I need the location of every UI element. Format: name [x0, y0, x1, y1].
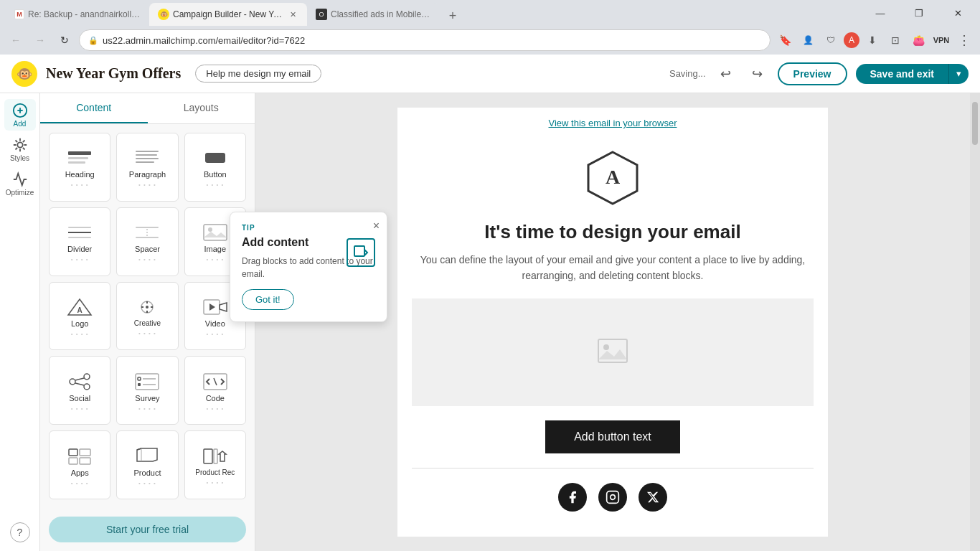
svg-rect-47 [69, 458, 77, 464]
save-dropdown-button[interactable]: ▾ [948, 64, 969, 84]
block-paragraph[interactable]: Paragraph • • • • [116, 133, 178, 202]
instagram-social-icon[interactable] [598, 483, 627, 512]
svg-rect-14 [68, 227, 91, 228]
paragraph-dots: • • • • [138, 182, 156, 188]
view-browser-section: View this email in your browser [397, 108, 828, 135]
panel-footer: Start your free trial [40, 508, 255, 551]
extension-icon[interactable]: A [844, 32, 859, 48]
divider-label: Divider [67, 245, 92, 253]
product-rec-block-icon [202, 447, 228, 466]
svg-text:A: A [77, 306, 83, 314]
new-tab-button[interactable]: + [443, 6, 463, 26]
block-product[interactable]: Product • • • • [116, 430, 178, 499]
sidebar-item-styles[interactable]: Styles [4, 133, 36, 165]
got-it-button[interactable]: Got it! [242, 289, 294, 310]
profile-icon[interactable]: 👤 [798, 30, 818, 50]
scrollbar-thumb[interactable] [972, 102, 978, 145]
mailchimp-favicon: 🐵 [158, 9, 169, 20]
block-survey[interactable]: Survey • • • • [116, 356, 178, 425]
code-label: Code [206, 394, 225, 402]
spacer-label: Spacer [135, 245, 160, 253]
block-social[interactable]: Social • • • • [49, 356, 110, 425]
survey-label: Survey [135, 394, 159, 402]
svg-marker-31 [220, 303, 227, 311]
social-block-icon [67, 372, 93, 391]
block-heading[interactable]: Heading • • • • [49, 133, 110, 202]
canvas-image-block[interactable] [412, 298, 814, 406]
browser-tab-mailchimp[interactable]: 🐵 Campaign Builder - New Year G... ✕ [149, 3, 307, 26]
canvas-main-title: It's time to design your email [419, 221, 806, 243]
browser-tab-ola[interactable]: O Classified ads in Mobile Phones | OL..… [307, 3, 440, 26]
browser-menu-icon[interactable]: ⋮ [954, 30, 974, 50]
heading-dots: • • • • [71, 182, 89, 188]
gmail-tab-label: Re: Backup - anandnairkollam@gma... [28, 9, 141, 19]
mailchimp-logo: 🐵 [11, 61, 37, 87]
minimize-button[interactable]: — [864, 1, 897, 24]
block-apps[interactable]: Apps • • • • [49, 430, 110, 499]
block-button[interactable]: Button • • • • [184, 133, 246, 202]
svg-rect-57 [607, 491, 619, 503]
product-dots: • • • • [138, 480, 156, 486]
vpn-icon[interactable]: VPN [931, 30, 951, 50]
tab-layouts[interactable]: Layouts [148, 93, 255, 123]
download-icon[interactable]: ⬇ [862, 30, 882, 50]
close-button[interactable]: ✕ [941, 1, 974, 24]
block-spacer[interactable]: Spacer • • • • [116, 207, 178, 276]
logo-dots: • • • • [71, 331, 89, 337]
svg-rect-52 [214, 449, 217, 463]
sidebar-item-add[interactable]: Add [4, 99, 36, 131]
canvas-button-block: Add button text [397, 406, 828, 468]
wallet-icon[interactable]: 👛 [908, 30, 928, 50]
preview-button[interactable]: Preview [778, 62, 847, 85]
help-design-button[interactable]: Help me design my email [195, 65, 321, 83]
sidebar-icon-panel: Add Styles Optimize ? [0, 93, 40, 551]
main-canvas[interactable]: View this email in your browser A It's t… [255, 93, 970, 551]
extension-shield-icon[interactable]: 🛡 [821, 30, 841, 50]
canvas-action-button[interactable]: Add button text [545, 420, 680, 453]
forward-button[interactable]: → [30, 30, 50, 50]
browser-tab-gmail[interactable]: M Re: Backup - anandnairkollam@gma... [6, 3, 149, 26]
sidebar-item-optimize[interactable]: Optimize [4, 168, 36, 199]
app-title: New Year Gym Offers [46, 65, 181, 82]
svg-rect-39 [138, 377, 141, 380]
tab-close-button[interactable]: ✕ [287, 9, 298, 20]
redo-button[interactable]: ↪ [746, 62, 769, 85]
svg-rect-51 [204, 449, 212, 463]
reload-button[interactable]: ↻ [55, 30, 75, 50]
address-text: us22.admin.mailchimp.com/email/editor?id… [103, 35, 305, 46]
svg-line-37 [75, 383, 84, 385]
split-view-icon[interactable]: ⊡ [885, 30, 905, 50]
svg-marker-32 [209, 303, 215, 311]
undo-button[interactable]: ↩ [715, 62, 738, 85]
block-divider[interactable]: Divider • • • • [49, 207, 110, 276]
maximize-button[interactable]: ❐ [903, 1, 936, 24]
svg-point-29 [146, 306, 149, 309]
block-product-rec[interactable]: Product Rec • • • • [184, 430, 246, 499]
creative-assistant-block-icon [134, 298, 160, 316]
block-logo[interactable]: A Logo • • • • [49, 282, 110, 351]
canvas-logo-hex: A [584, 149, 641, 207]
address-bar[interactable]: 🔒 us22.admin.mailchimp.com/email/editor?… [79, 29, 771, 51]
plus-icon [12, 103, 28, 118]
logo-label: Logo [71, 319, 88, 328]
bookmark-icon[interactable]: 🔖 [775, 30, 795, 50]
image-dots: • • • • [206, 256, 224, 263]
gmail-favicon: M [14, 9, 24, 19]
svg-rect-10 [136, 154, 157, 156]
tooltip-close-button[interactable]: × [373, 220, 380, 232]
view-browser-link[interactable]: View this email in your browser [549, 118, 677, 128]
svg-rect-45 [69, 449, 77, 456]
save-exit-button[interactable]: Save and exit [856, 64, 949, 84]
block-code[interactable]: Code • • • • [184, 356, 246, 425]
tab-content[interactable]: Content [40, 93, 148, 123]
block-creative-assistant[interactable]: Creative • • • • [116, 282, 178, 351]
back-button[interactable]: ← [6, 30, 26, 50]
help-circle-button[interactable]: ? [10, 522, 30, 542]
facebook-social-icon[interactable] [558, 483, 587, 512]
twitter-x-social-icon[interactable] [639, 483, 667, 512]
heading-block-icon [67, 149, 93, 167]
apps-dots: • • • • [71, 480, 89, 486]
apps-label: Apps [71, 468, 89, 477]
trial-button[interactable]: Start your free trial [49, 517, 246, 542]
svg-rect-17 [136, 227, 159, 228]
